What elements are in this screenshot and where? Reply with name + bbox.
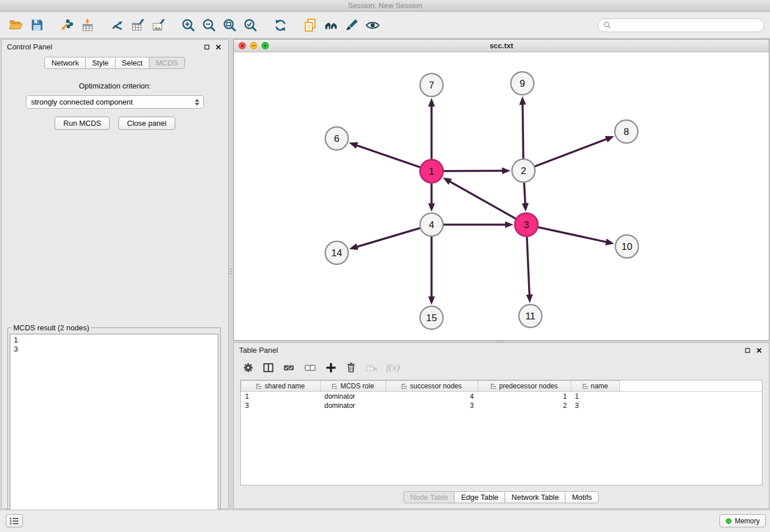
table-cell[interactable]: 3 xyxy=(571,401,620,410)
splitter-grip[interactable] xyxy=(230,268,232,276)
float-panel-icon[interactable] xyxy=(202,43,211,52)
table-panel-header: Table Panel xyxy=(234,343,769,357)
table-cell-empty xyxy=(620,392,763,401)
table-cell[interactable]: dominator xyxy=(321,401,386,410)
mcds-result-line: 3 xyxy=(14,345,214,354)
edge-1-6[interactable] xyxy=(357,145,420,167)
refresh-view-button[interactable] xyxy=(270,14,291,36)
settings-gear-icon[interactable] xyxy=(242,361,255,374)
copy-documents-icon xyxy=(303,18,318,33)
clone-network-button[interactable] xyxy=(300,14,321,36)
network-graph[interactable]: 7968124314101511 xyxy=(234,52,769,340)
table-cell[interactable]: 3 xyxy=(241,401,321,410)
close-panel-button[interactable]: Close panel xyxy=(118,117,175,130)
node-label-11: 11 xyxy=(525,311,536,322)
app-title: Session: New Session xyxy=(348,1,422,10)
table-row[interactable]: 3dominator323 xyxy=(241,401,763,410)
network-tools-button[interactable] xyxy=(107,14,128,36)
tab-mcds[interactable]: MCDS xyxy=(149,57,184,69)
export-image-button[interactable] xyxy=(148,14,169,36)
add-column-icon[interactable] xyxy=(325,361,337,374)
table-cell[interactable]: 1 xyxy=(478,392,571,401)
column-header-successor-nodes[interactable]: successor nodes xyxy=(386,381,478,392)
deselect-all-columns-icon[interactable] xyxy=(303,361,317,374)
column-header-name[interactable]: name xyxy=(571,381,620,392)
tab-network-table[interactable]: Network Table xyxy=(505,491,565,503)
mcds-result-list[interactable]: 13 xyxy=(10,334,218,511)
show-panels-button[interactable] xyxy=(6,514,23,527)
search-box[interactable] xyxy=(598,18,764,32)
open-file-button[interactable] xyxy=(6,14,26,36)
network-canvas-area[interactable]: 7968124314101511 xyxy=(234,52,769,340)
edge-2-9[interactable] xyxy=(522,105,523,159)
zoom-out-button[interactable] xyxy=(199,14,220,36)
float-panel-icon[interactable] xyxy=(743,346,752,355)
tab-motifs[interactable]: Motifs xyxy=(565,491,599,503)
table-cell[interactable]: 4 xyxy=(386,392,478,401)
table-toolbar: f(x) xyxy=(234,357,769,378)
refresh-icon xyxy=(273,18,288,33)
optimization-criterion-label: Optimization criterion: xyxy=(2,82,228,90)
export-table-button[interactable] xyxy=(128,14,148,36)
delete-column-icon[interactable] xyxy=(345,361,357,374)
delete-table-icon[interactable] xyxy=(365,361,379,374)
maximize-window-icon[interactable] xyxy=(261,42,269,49)
vertical-splitter[interactable] xyxy=(229,39,233,337)
column-layout-icon[interactable] xyxy=(262,361,275,374)
edge-4-14[interactable] xyxy=(357,228,419,246)
edge-3-10[interactable] xyxy=(538,227,606,242)
memory-button[interactable]: Memory xyxy=(719,514,766,527)
table-cell[interactable]: 1 xyxy=(571,392,620,401)
export-table-icon xyxy=(130,18,145,33)
search-input[interactable] xyxy=(614,21,759,29)
edge-2-8[interactable] xyxy=(535,139,607,166)
close-panel-icon[interactable] xyxy=(214,43,223,52)
table-panel-tabs: Node TableEdge TableNetwork TableMotifs xyxy=(234,491,769,503)
column-header-predecessor-nodes[interactable]: predecessor nodes xyxy=(478,381,571,392)
import-table-button[interactable] xyxy=(77,14,98,36)
select-all-columns-icon[interactable] xyxy=(282,361,296,374)
node-label-9: 9 xyxy=(519,78,525,89)
zoom-in-button[interactable] xyxy=(178,14,199,36)
tab-network[interactable]: Network xyxy=(44,57,86,69)
run-mcds-button[interactable]: Run MCDS xyxy=(55,117,110,130)
table-cell[interactable]: 3 xyxy=(386,401,478,410)
tab-select[interactable]: Select xyxy=(115,57,149,69)
function-builder-icon[interactable]: f(x) xyxy=(386,362,400,373)
column-header-MCDS-role[interactable]: MCDS role xyxy=(321,381,386,392)
edge-3-11[interactable] xyxy=(527,237,529,295)
table-panel: Table Panel xyxy=(233,342,769,509)
search-icon xyxy=(603,21,611,29)
save-floppy-icon xyxy=(30,18,44,32)
close-panel-icon[interactable] xyxy=(754,346,764,355)
home-views-button[interactable] xyxy=(321,14,341,36)
criterion-dropdown[interactable]: strongly connected component xyxy=(26,95,204,109)
import-table-icon xyxy=(80,18,95,33)
table-cell[interactable]: dominator xyxy=(321,392,386,401)
edge-2-3[interactable] xyxy=(524,183,525,203)
control-panel-tabs: NetworkStyleSelectMCDS xyxy=(2,54,228,72)
export-image-icon xyxy=(151,18,166,33)
control-panel-title: Control Panel xyxy=(7,43,52,51)
import-network-button[interactable] xyxy=(56,14,77,36)
show-graphics-details-button[interactable] xyxy=(362,14,383,36)
tab-style[interactable]: Style xyxy=(85,57,116,69)
tab-edge-table[interactable]: Edge Table xyxy=(454,491,505,503)
apply-style-button[interactable] xyxy=(341,14,362,36)
app-titlebar: Session: New Session xyxy=(0,0,770,11)
table-row[interactable]: 1dominator411 xyxy=(241,392,763,401)
edge-1-2[interactable] xyxy=(444,171,502,171)
zoom-selected-button[interactable] xyxy=(240,14,261,36)
minimize-window-icon[interactable] xyxy=(250,42,257,49)
import-network-icon xyxy=(59,18,74,33)
save-session-button[interactable] xyxy=(26,14,47,36)
zoom-fit-button[interactable] xyxy=(220,14,240,36)
table-cell[interactable]: 1 xyxy=(241,392,321,401)
tab-node-table[interactable]: Node Table xyxy=(403,491,455,503)
close-window-icon[interactable] xyxy=(238,42,246,49)
column-header-shared-name[interactable]: shared name xyxy=(241,381,321,392)
network-view-window: scc.txt 7968124314101511 xyxy=(233,39,769,341)
network-window-titlebar[interactable]: scc.txt xyxy=(234,40,769,52)
table-cell[interactable]: 2 xyxy=(478,401,571,410)
edge-3-1[interactable] xyxy=(450,182,515,219)
